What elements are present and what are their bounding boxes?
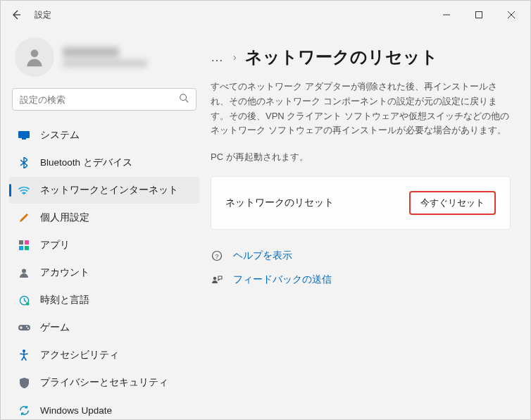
update-icon [18, 404, 30, 416]
help-icon: ? [211, 249, 223, 262]
svg-rect-10 [19, 240, 23, 245]
profile-name-redacted [63, 47, 147, 67]
account-icon [18, 266, 30, 279]
sidebar-item-game[interactable]: ゲーム [9, 314, 199, 341]
svg-point-9 [23, 193, 25, 194]
svg-point-4 [31, 49, 39, 57]
sidebar-item-account[interactable]: アカウント [9, 259, 199, 286]
sidebar-item-label: アプリ [40, 239, 70, 252]
bluetooth-icon [18, 156, 30, 169]
sidebar-item-apps[interactable]: アプリ [9, 232, 199, 259]
description-text: すべてのネットワーク アダプターが削除された後、再インストールされ、その他のネッ… [211, 80, 511, 138]
svg-point-18 [26, 326, 27, 328]
page-title: ネットワークのリセット [245, 46, 438, 68]
sidebar-item-label: Windows Update [40, 405, 112, 416]
main-content: … › ネットワークのリセット すべてのネットワーク アダプターが削除された後、… [205, 29, 530, 419]
sidebar-item-accessibility[interactable]: アクセシビリティ [9, 342, 199, 369]
breadcrumb: … › ネットワークのリセット [211, 46, 511, 68]
sidebar-item-label: 時刻と言語 [40, 294, 89, 307]
svg-point-19 [27, 328, 29, 329]
privacy-icon [18, 376, 30, 389]
svg-rect-12 [19, 246, 23, 250]
restart-note: PC が再起動されます。 [211, 151, 511, 163]
sidebar-item-label: ネットワークとインターネット [40, 184, 178, 197]
sidebar-item-label: アカウント [40, 266, 89, 279]
sidebar-item-bluetooth[interactable]: Bluetooth とデバイス [9, 149, 199, 176]
close-button[interactable] [495, 4, 527, 26]
svg-line-6 [186, 100, 189, 103]
sidebar-item-label: システム [40, 129, 80, 142]
feedback-link[interactable]: フィードバックの送信 [233, 273, 332, 286]
sidebar-item-time[interactable]: 時刻と言語 [9, 287, 199, 314]
svg-rect-7 [18, 131, 30, 138]
card-label: ネットワークのリセット [225, 197, 334, 209]
search-box[interactable] [12, 88, 196, 111]
time-icon [18, 294, 30, 307]
breadcrumb-more[interactable]: … [211, 50, 225, 65]
sidebar-item-label: プライバシーとセキュリティ [40, 376, 168, 389]
back-arrow-icon [11, 9, 22, 20]
maximize-button[interactable] [463, 4, 495, 26]
sidebar: システムBluetooth とデバイスネットワークとインターネット個人用設定アプ… [1, 29, 205, 419]
search-input[interactable] [20, 94, 179, 105]
svg-rect-11 [25, 240, 29, 245]
wifi-icon [18, 184, 30, 197]
svg-rect-1 [476, 12, 482, 18]
svg-point-5 [180, 94, 187, 101]
window-title: 設定 [35, 9, 51, 21]
chevron-right-icon: › [233, 51, 237, 63]
nav-list: システムBluetooth とデバイスネットワークとインターネット個人用設定アプ… [9, 122, 205, 419]
game-icon [18, 321, 30, 334]
search-icon [179, 93, 189, 106]
reset-now-button[interactable]: 今すぐリセット [409, 191, 496, 215]
minimize-button[interactable] [430, 4, 463, 26]
svg-point-16 [25, 302, 29, 305]
sidebar-item-update[interactable]: Windows Update [9, 397, 199, 419]
feedback-icon [211, 273, 223, 286]
back-button[interactable] [4, 2, 29, 27]
svg-rect-8 [22, 138, 26, 140]
profile-section[interactable] [9, 35, 205, 88]
accessibility-icon [18, 349, 30, 362]
svg-text:?: ? [215, 253, 218, 260]
window-controls [430, 4, 527, 26]
help-link-row[interactable]: ? ヘルプを表示 [211, 249, 511, 262]
system-icon [18, 129, 30, 142]
titlebar: 設定 [1, 1, 530, 29]
sidebar-item-label: Bluetooth とデバイス [40, 156, 132, 169]
sidebar-item-system[interactable]: システム [9, 122, 199, 149]
sidebar-item-wifi[interactable]: ネットワークとインターネット [9, 177, 199, 204]
sidebar-item-label: アクセシビリティ [40, 349, 119, 362]
sidebar-item-label: 個人用設定 [40, 211, 89, 224]
sidebar-item-privacy[interactable]: プライバシーとセキュリティ [9, 369, 199, 396]
sidebar-item-label: ゲーム [40, 321, 70, 334]
help-link[interactable]: ヘルプを表示 [233, 249, 292, 262]
sidebar-item-brush[interactable]: 個人用設定 [9, 204, 199, 231]
svg-point-23 [213, 277, 216, 280]
brush-icon [18, 211, 30, 224]
reset-card: ネットワークのリセット 今すぐリセット [211, 176, 511, 230]
apps-icon [18, 239, 30, 252]
svg-point-14 [22, 269, 26, 273]
feedback-link-row[interactable]: フィードバックの送信 [211, 273, 511, 286]
svg-rect-13 [25, 246, 29, 250]
person-icon [23, 46, 46, 68]
avatar [15, 37, 54, 77]
